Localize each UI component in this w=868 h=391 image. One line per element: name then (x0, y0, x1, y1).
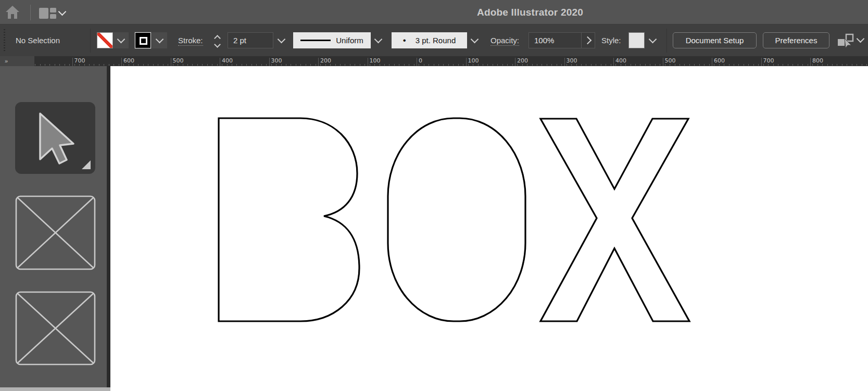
ruler-minor-tick (763, 64, 764, 66)
ruler-minor-tick (802, 64, 803, 66)
ruler-minor-tick (660, 64, 660, 66)
ruler-minor-tick (69, 64, 70, 66)
ruler-minor-tick (360, 64, 360, 66)
chevron-down-icon[interactable] (857, 35, 865, 43)
ruler-minor-tick (567, 64, 567, 66)
ruler-minor-tick (65, 64, 65, 66)
stroke-weight-stepper[interactable] (211, 32, 223, 48)
ruler-minor-tick (621, 64, 621, 66)
workspace-chevron-down-icon[interactable] (58, 8, 67, 16)
fill-color-dropdown[interactable] (114, 32, 129, 48)
ruler-tick-label: 500 (665, 57, 676, 64)
ruler-major-tick (318, 58, 319, 66)
stroke-indicator-icon (140, 37, 147, 45)
document-setup-button[interactable]: Document Setup (673, 32, 757, 48)
profile-dropdown[interactable] (371, 32, 386, 48)
ruler-major-tick (515, 58, 515, 66)
ruler-major-tick (564, 58, 565, 66)
ruler-minor-tick (675, 64, 675, 66)
window-bottom-edge (0, 387, 110, 391)
separator (666, 29, 667, 53)
ruler-minor-tick (409, 64, 409, 66)
brush-dropdown[interactable] (467, 32, 482, 48)
stroke-weight-dropdown[interactable] (274, 32, 289, 48)
ruler-major-tick (368, 58, 368, 66)
ruler-minor-tick (183, 64, 183, 66)
artwork-letter-B (219, 118, 359, 321)
tool-placeholder-2[interactable] (15, 291, 96, 365)
ruler-minor-tick (862, 64, 862, 66)
fill-color-swatch[interactable] (97, 32, 113, 48)
chevron-right-icon (583, 36, 592, 45)
chevron-down-icon (471, 35, 479, 44)
ruler-minor-tick (251, 64, 252, 66)
variable-width-profile-button[interactable]: Uniform (293, 32, 371, 48)
ruler-minor-tick (581, 64, 582, 66)
tool-placeholder-1[interactable] (15, 195, 96, 270)
ruler-minor-tick (89, 64, 90, 66)
style-dropdown[interactable] (645, 32, 660, 48)
box-artwork[interactable] (110, 66, 868, 391)
ruler-minor-tick (788, 64, 788, 66)
ruler-minor-tick (266, 64, 267, 66)
ruler-minor-tick (655, 64, 656, 66)
stroke-color-dropdown[interactable] (152, 32, 167, 48)
ruler-major-tick (417, 58, 417, 66)
tools-panel (0, 66, 107, 391)
app-title: Adobe Illustrator 2020 (477, 7, 583, 18)
ruler-minor-tick (808, 64, 808, 66)
ruler-tick-label: 300 (567, 57, 577, 64)
ruler-minor-tick (74, 64, 75, 66)
opacity-input[interactable]: 100% (529, 32, 582, 48)
opacity-panel-link[interactable]: Opacity: (490, 36, 519, 46)
ruler-major-tick (220, 58, 220, 66)
ruler-minor-tick (792, 64, 793, 66)
ruler-minor-tick (704, 64, 705, 66)
ruler-minor-tick (281, 64, 282, 66)
artboard-canvas[interactable] (110, 66, 868, 391)
ruler-minor-tick (847, 64, 847, 66)
ruler-minor-tick (645, 64, 646, 66)
preferences-button[interactable]: Preferences (763, 32, 829, 48)
ruler-minor-tick (384, 64, 385, 66)
horizontal-ruler[interactable]: » 70060050040030020010001002003004005006… (0, 56, 868, 67)
stroke-panel-link[interactable]: Stroke: (178, 36, 203, 46)
ruler-minor-tick (148, 64, 148, 66)
ruler-minor-tick (502, 64, 503, 66)
ruler-minor-tick (438, 64, 439, 66)
title-bar: Adobe Illustrator 2020 (0, 0, 868, 24)
panel-overflow-indicator[interactable]: » (0, 56, 34, 66)
graphic-style-swatch[interactable] (628, 32, 645, 48)
ruler-major-tick (72, 58, 73, 66)
ruler-minor-tick (719, 64, 720, 66)
ruler-minor-tick (271, 64, 272, 66)
ruler-minor-tick (40, 64, 41, 66)
ruler-minor-tick (684, 64, 685, 66)
ruler-minor-tick (99, 64, 99, 66)
ruler-minor-tick (468, 64, 469, 66)
selection-tool-button[interactable] (15, 102, 95, 174)
stroke-weight-input[interactable]: 2 pt (228, 32, 273, 48)
ruler-minor-tick (296, 64, 296, 66)
ruler-minor-tick (310, 64, 311, 66)
no-fill-indicator-icon (97, 33, 112, 48)
ruler-minor-tick (586, 64, 586, 66)
ruler-minor-tick (335, 64, 336, 66)
brush-definition-label: 3 pt. Round (416, 36, 456, 45)
ruler-minor-tick (261, 64, 262, 66)
stroke-color-swatch[interactable] (135, 32, 151, 48)
ruler-minor-tick (778, 64, 778, 66)
ruler-minor-tick (286, 64, 286, 66)
brush-definition-button[interactable]: • 3 pt. Round (392, 32, 467, 48)
ruler-minor-tick (227, 64, 228, 66)
ruler-minor-tick (173, 64, 173, 66)
opacity-presets-button[interactable] (582, 32, 595, 48)
home-icon[interactable] (5, 5, 20, 19)
profile-label: Uniform (336, 36, 363, 45)
workspace-layout-icon[interactable] (39, 8, 56, 19)
isolate-selected-object-icon[interactable] (836, 33, 856, 48)
ruler-minor-tick (596, 64, 596, 66)
panel-drag-handle[interactable] (4, 29, 5, 52)
ruler-minor-tick (345, 64, 345, 66)
artwork-letter-O (388, 118, 525, 321)
